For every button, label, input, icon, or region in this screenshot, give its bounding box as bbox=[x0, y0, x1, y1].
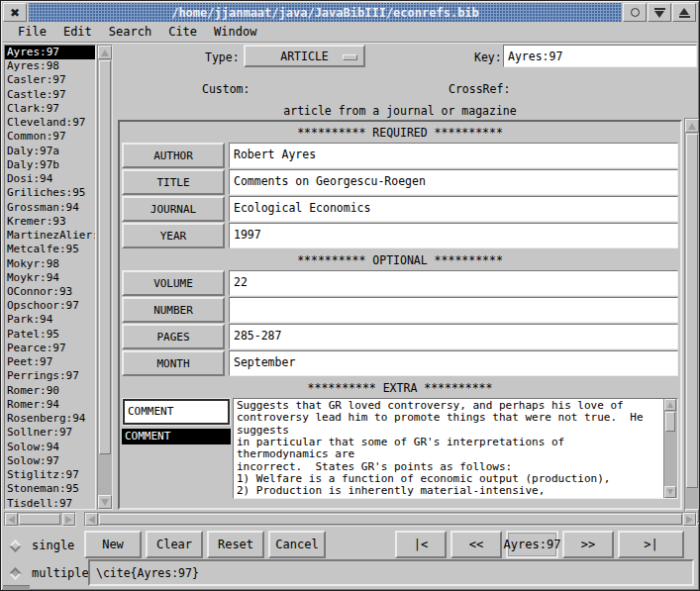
scroll-right-button[interactable] bbox=[62, 513, 75, 526]
panel-vscrollbar[interactable] bbox=[684, 118, 700, 524]
list-item[interactable]: Clark:97 bbox=[5, 102, 95, 116]
menu-item[interactable]: Search bbox=[107, 24, 153, 40]
list-item[interactable]: Kremer:93 bbox=[5, 215, 95, 229]
list-item[interactable]: Sollner:97 bbox=[5, 426, 95, 440]
list-item[interactable]: Moykr:94 bbox=[5, 271, 95, 285]
scroll-right-button[interactable] bbox=[683, 513, 696, 526]
list-item[interactable]: Ayres:98 bbox=[5, 59, 95, 73]
field-label-button[interactable]: JOURNAL bbox=[122, 196, 225, 222]
titlebar-drag-area[interactable]: /home/jjanmaat/java/JavaBibIII/econrefs.… bbox=[29, 3, 622, 22]
field-value-input[interactable]: 1997 bbox=[229, 223, 678, 248]
scroll-left-button[interactable] bbox=[5, 513, 18, 526]
minimize-button[interactable] bbox=[648, 3, 671, 22]
field-label-button[interactable]: TITLE bbox=[122, 169, 225, 195]
list-item[interactable]: Solow:97 bbox=[5, 454, 95, 468]
key-input[interactable]: Ayres:97 bbox=[503, 45, 697, 67]
scrollbar-thumb[interactable] bbox=[19, 514, 60, 525]
cite-command-input[interactable]: \cite{Ayres:97} bbox=[88, 559, 694, 586]
extra-field-name-input[interactable]: COMMENT bbox=[123, 399, 230, 425]
list-item[interactable]: Daly:97a bbox=[5, 145, 95, 158]
list-item[interactable]: Romer:90 bbox=[5, 384, 95, 398]
field-value-input[interactable]: 285-287 bbox=[229, 324, 678, 349]
multiple-mode-radio[interactable]: multiple bbox=[11, 566, 89, 580]
list-item[interactable]: Daly:97b bbox=[5, 158, 95, 172]
extra-field-item[interactable]: COMMENT bbox=[122, 429, 231, 444]
reference-list-hscrollbar[interactable] bbox=[4, 512, 76, 527]
custom-label: Custom: bbox=[202, 82, 250, 96]
prev-entry-button[interactable]: << bbox=[450, 531, 502, 558]
scroll-down-button[interactable] bbox=[664, 486, 676, 498]
nav-current-entry[interactable]: Ayres:97 bbox=[506, 531, 558, 558]
reference-list-vscrollbar[interactable] bbox=[97, 45, 113, 510]
list-item[interactable]: Peet:97 bbox=[5, 355, 95, 369]
menu-item[interactable]: Edit bbox=[61, 24, 94, 40]
field-value-input[interactable] bbox=[229, 297, 678, 323]
field-value-input[interactable]: Ecological Economics bbox=[229, 196, 678, 222]
field-value-input[interactable]: 22 bbox=[229, 270, 678, 296]
list-item[interactable]: Romer:94 bbox=[5, 398, 95, 412]
list-item[interactable]: Castle:97 bbox=[5, 88, 95, 102]
scroll-up-button[interactable] bbox=[664, 399, 676, 411]
field-label-button[interactable]: VOLUME bbox=[122, 270, 225, 296]
list-item[interactable]: Grossman:94 bbox=[5, 201, 95, 215]
clear-button[interactable]: Clear bbox=[146, 531, 203, 558]
list-item[interactable]: Solow:94 bbox=[5, 441, 95, 454]
list-item[interactable]: Tisdell:97 bbox=[5, 497, 95, 511]
type-dropdown[interactable]: ARTICLE bbox=[244, 45, 365, 67]
list-item[interactable]: OConnor:93 bbox=[5, 285, 95, 299]
comment-vscrollbar[interactable] bbox=[663, 399, 677, 498]
comment-textarea[interactable]: Suggests that GR loved controversy, and … bbox=[234, 399, 663, 498]
list-item[interactable]: Rosenberg:94 bbox=[5, 412, 95, 426]
list-item[interactable]: Metcalfe:95 bbox=[5, 243, 95, 256]
list-item[interactable]: Dosi:94 bbox=[5, 172, 95, 186]
list-item[interactable]: Perrings:97 bbox=[5, 369, 95, 383]
list-item[interactable]: Griliches:95 bbox=[5, 186, 95, 200]
list-item[interactable]: Park:94 bbox=[5, 313, 95, 327]
field-value-input[interactable]: Comments on Georgescu-Roegen bbox=[229, 169, 678, 195]
list-item[interactable]: Stoneman:95 bbox=[5, 482, 95, 496]
menu-item[interactable]: Window bbox=[212, 24, 258, 40]
field-row: NUMBER bbox=[122, 297, 678, 323]
field-value-input[interactable]: September bbox=[229, 350, 678, 376]
next-entry-button[interactable]: >> bbox=[562, 531, 614, 558]
scroll-left-button[interactable] bbox=[85, 513, 98, 526]
field-label-button[interactable]: PAGES bbox=[122, 324, 225, 349]
field-label-button[interactable]: AUTHOR bbox=[122, 143, 225, 168]
scrollbar-thumb[interactable] bbox=[99, 514, 682, 525]
close-button[interactable]: ✖ bbox=[3, 3, 27, 22]
list-item[interactable]: Stiglitz:97 bbox=[5, 468, 95, 482]
menu-item[interactable]: File bbox=[16, 24, 49, 40]
maximize-button[interactable] bbox=[672, 3, 696, 22]
field-label-button[interactable]: YEAR bbox=[122, 223, 225, 248]
first-entry-button[interactable]: |< bbox=[395, 531, 447, 558]
scrollbar-thumb[interactable] bbox=[665, 412, 675, 432]
field-row: JOURNAL Ecological Economics bbox=[122, 196, 678, 222]
scrollbar-thumb[interactable] bbox=[99, 60, 111, 454]
list-item[interactable]: Opschoor:97 bbox=[5, 299, 95, 313]
field-value-input[interactable]: Robert Ayres bbox=[229, 143, 678, 168]
cancel-button[interactable]: Cancel bbox=[268, 531, 326, 558]
scroll-up-button[interactable] bbox=[98, 46, 112, 59]
last-entry-button[interactable]: >| bbox=[618, 531, 684, 558]
window-menu-button[interactable] bbox=[623, 3, 647, 22]
list-item[interactable]: Patel:95 bbox=[5, 328, 95, 342]
list-item[interactable]: MartinezAlier:9 bbox=[5, 229, 95, 243]
scrollbar-thumb[interactable] bbox=[686, 134, 698, 488]
single-mode-radio[interactable]: single bbox=[11, 539, 74, 552]
list-item[interactable]: Cleveland:97 bbox=[5, 116, 95, 130]
reset-button[interactable]: Reset bbox=[207, 531, 264, 558]
list-item[interactable]: Mokyr:98 bbox=[5, 257, 95, 271]
field-label-button[interactable]: MONTH bbox=[122, 350, 225, 376]
list-item[interactable]: Ayres:97 bbox=[5, 46, 95, 59]
scroll-down-button[interactable] bbox=[98, 495, 112, 509]
field-label-button[interactable]: NUMBER bbox=[122, 297, 225, 323]
new-button[interactable]: New bbox=[84, 531, 142, 558]
resize-handle[interactable] bbox=[3, 585, 30, 590]
scroll-up-button[interactable] bbox=[685, 119, 699, 133]
list-item[interactable]: Casler:97 bbox=[5, 73, 95, 87]
panel-hscrollbar[interactable] bbox=[84, 512, 697, 527]
optional-section-header: ********** OPTIONAL ********** bbox=[122, 249, 678, 269]
list-item[interactable]: Pearce:97 bbox=[5, 342, 95, 355]
list-item[interactable]: Common:97 bbox=[5, 130, 95, 144]
menu-item[interactable]: Cite bbox=[166, 24, 199, 40]
